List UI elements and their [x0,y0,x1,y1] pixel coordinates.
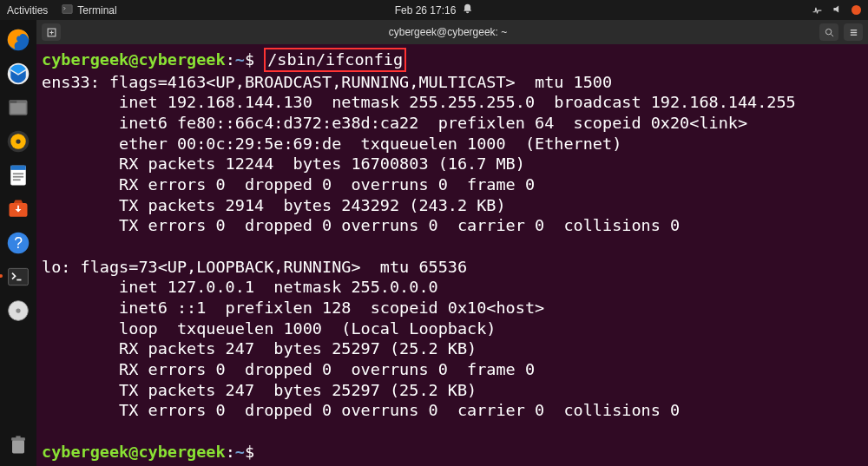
svg-line-28 [831,34,833,36]
gnome-topbar: Activities Terminal Feb 26 17:16 [0,0,868,20]
app-menu[interactable]: Terminal [62,3,116,17]
power-icon [852,5,861,15]
system-status-area[interactable] [812,3,861,17]
svg-rect-11 [13,173,23,174]
output-line: loop txqueuelen 1000 (Local Loopback) [42,319,496,338]
svg-rect-21 [12,440,24,454]
rhythmbox-icon[interactable] [3,127,33,156]
svg-rect-17 [9,268,29,285]
svg-rect-0 [62,4,72,13]
menu-button[interactable] [844,23,863,41]
output-line: inet 192.168.144.130 netmask 255.255.255… [42,93,796,111]
prompt-at: @ [128,443,138,461]
prompt-path: ~ [235,443,245,461]
output-line: TX packets 2914 bytes 243292 (243.2 KB) [42,196,506,214]
output-line: RX errors 0 dropped 0 overruns 0 frame 0 [42,175,535,194]
output-line: RX packets 247 bytes 25297 (25.2 KB) [42,339,477,358]
svg-point-8 [16,139,20,143]
trash-icon[interactable] [3,430,33,459]
output-line: TX errors 0 dropped 0 overruns 0 carrier… [42,216,680,234]
output-line: lo: flags=73<UP,LOOPBACK,RUNNING> mtu 65… [42,258,467,276]
svg-rect-5 [10,100,17,103]
volume-icon [832,3,843,17]
ubuntu-dock: ? [0,20,36,466]
output-line: inet6 fe80::66c4:d372:e38d:ca22 prefixle… [42,114,747,132]
files-icon[interactable] [3,93,33,122]
output-line: TX packets 247 bytes 25297 (25.2 KB) [42,381,477,399]
prompt-colon: : [226,443,235,461]
svg-rect-4 [10,103,26,114]
prompt-user: cybergeek [42,50,128,69]
output-line: ether 00:0c:29:5e:69:de txqueuelen 1000 … [42,135,621,153]
firefox-icon[interactable] [3,25,33,55]
svg-rect-23 [16,436,20,438]
app-menu-label: Terminal [77,4,116,16]
output-line: RX packets 12244 bytes 16700803 (16.7 MB… [42,154,525,173]
prompt-host: cybergeek [138,50,225,69]
terminal-output-area[interactable]: cybergeek@cybergeek:~$ /sbin/ifconfig en… [36,44,868,466]
svg-rect-13 [13,179,21,180]
new-tab-button[interactable] [42,23,61,41]
terminal-window: cybergeek@cybergeek: ~ cybergeek@cyberge… [36,20,868,466]
prompt-dollar: $ [245,443,254,461]
command-highlight: /sbin/ifconfig [264,48,406,72]
prompt-host: cybergeek [138,443,225,461]
svg-text:?: ? [14,234,23,252]
svg-rect-10 [10,166,26,170]
svg-point-27 [825,29,831,34]
datetime-label: Feb 26 17:16 [395,4,457,16]
output-line: inet6 ::1 prefixlen 128 scopeid 0x10<hos… [42,299,544,317]
prompt-user: cybergeek [42,443,128,461]
window-title: cybergeek@cybergeek: ~ [76,26,819,38]
prompt-path: ~ [235,50,245,69]
disk-icon[interactable] [3,296,33,325]
ubuntu-software-icon[interactable] [3,194,33,224]
svg-point-20 [16,308,20,312]
output-line: ens33: flags=4163<UP,BROADCAST,RUNNING,M… [42,73,612,91]
terminal-icon[interactable] [3,262,33,292]
libreoffice-writer-icon[interactable] [3,161,33,190]
thunderbird-icon[interactable] [3,59,33,89]
prompt-dollar: $ [245,50,254,69]
prompt-colon: : [226,50,235,69]
window-titlebar[interactable]: cybergeek@cybergeek: ~ [36,20,868,44]
output-line: inet 127.0.0.1 netmask 255.0.0.0 [42,278,438,296]
terminal-small-icon [62,3,73,17]
network-icon [812,3,823,17]
notification-icon [461,3,473,17]
command-text: /sbin/ifconfig [267,50,403,69]
search-button[interactable] [819,23,838,41]
prompt-at: @ [128,50,138,69]
output-line: TX errors 0 dropped 0 overruns 0 carrier… [42,401,680,419]
output-line: RX errors 0 dropped 0 overruns 0 frame 0 [42,360,535,378]
help-icon[interactable]: ? [3,228,33,258]
svg-rect-12 [13,176,23,178]
clock[interactable]: Feb 26 17:16 [395,3,474,17]
activities-button[interactable]: Activities [7,4,48,16]
